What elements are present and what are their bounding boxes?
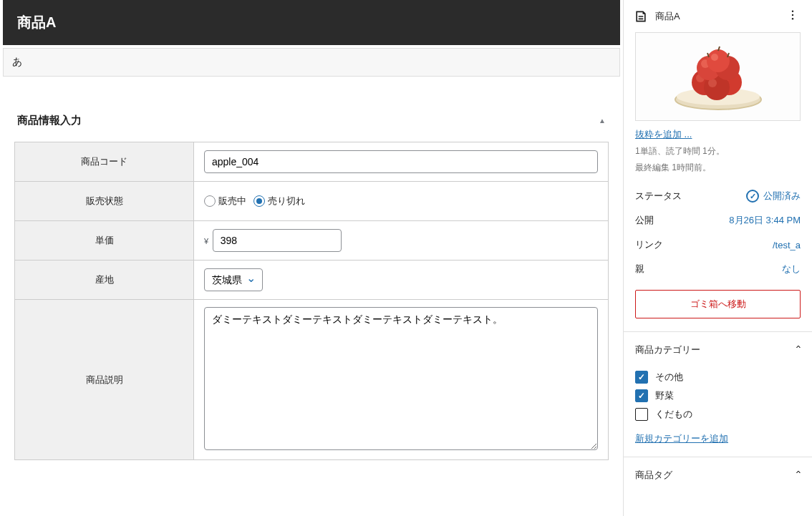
category-item[interactable]: 野菜 — [635, 386, 801, 405]
featured-image-thumbnail[interactable] — [635, 32, 801, 121]
accordion-header-categories[interactable]: 商品カテゴリー ˄ — [624, 332, 812, 368]
value-permalink[interactable]: /test_a — [773, 240, 801, 250]
radio-soldout[interactable] — [253, 195, 265, 207]
svg-point-15 — [707, 49, 730, 72]
field-label-price: 単価 — [15, 221, 194, 261]
field-label-origin: 産地 — [15, 261, 194, 300]
category-checkbox[interactable] — [635, 389, 648, 402]
label-publish: 公開 — [635, 214, 654, 227]
chevron-up-icon: ˄ — [795, 344, 802, 356]
svg-point-16 — [711, 54, 718, 61]
chevron-up-icon: ˄ — [795, 469, 802, 481]
panel-collapse-icon[interactable]: ▲ — [599, 117, 606, 125]
last-edit-text: 最終編集 1時間前。 — [635, 162, 801, 174]
field-label-status: 販売状態 — [15, 182, 194, 221]
add-category-link[interactable]: 新規カテゴリーを追加 — [635, 432, 728, 445]
category-label: 野菜 — [655, 389, 674, 402]
label-permalink: リンク — [635, 238, 663, 251]
tags-heading: 商品タグ — [635, 469, 672, 482]
post-content-block[interactable]: あ — [3, 48, 620, 77]
currency-symbol: ¥ — [204, 237, 208, 245]
more-options-icon[interactable] — [783, 9, 802, 24]
settings-sidebar: 商品A 抜粋を追加 1単語、読了時間 1分。 最終編集 1 — [623, 0, 812, 516]
origin-select[interactable]: 茨城県 — [204, 268, 263, 291]
category-checkbox[interactable] — [635, 408, 648, 421]
field-label-code: 商品コード — [15, 142, 194, 182]
value-parent[interactable]: なし — [782, 263, 801, 276]
svg-point-1 — [792, 14, 793, 16]
category-checkbox[interactable] — [635, 371, 648, 384]
radio-onsale-label[interactable]: 販売中 — [204, 195, 246, 208]
product-code-input[interactable] — [204, 150, 598, 173]
published-check-icon — [746, 190, 759, 203]
price-input[interactable] — [213, 229, 342, 252]
label-parent: 親 — [635, 263, 644, 276]
description-textarea[interactable] — [204, 307, 598, 450]
svg-point-0 — [792, 11, 793, 12]
move-to-trash-button[interactable]: ゴミ箱へ移動 — [635, 290, 801, 318]
product-info-panel: 商品情報入力 ▲ 商品コード 販売状態 販売中 — [3, 105, 620, 472]
radio-soldout-text: 売り切れ — [268, 195, 305, 208]
radio-onsale-text: 販売中 — [218, 195, 246, 208]
value-status[interactable]: 公開済み — [746, 190, 801, 203]
read-time-text: 1単語、読了時間 1分。 — [635, 145, 801, 157]
svg-point-2 — [792, 18, 793, 19]
value-publish-date[interactable]: 8月26日 3:44 PM — [729, 214, 801, 227]
category-item[interactable]: その他 — [635, 368, 801, 386]
add-excerpt-link[interactable]: 抜粋を追加 — [635, 129, 692, 140]
post-title-block[interactable]: 商品A — [3, 0, 620, 45]
panel-title: 商品情報入力 — [17, 114, 82, 127]
document-icon — [634, 9, 648, 24]
field-label-description: 商品説明 — [15, 300, 194, 460]
radio-soldout-label[interactable]: 売り切れ — [253, 195, 305, 208]
category-label: くだもの — [655, 408, 692, 421]
sidebar-doc-title: 商品A — [655, 10, 776, 23]
accordion-header-tags[interactable]: 商品タグ ˄ — [624, 457, 812, 493]
category-item[interactable]: くだもの — [635, 405, 801, 424]
category-label: その他 — [655, 371, 683, 384]
radio-onsale[interactable] — [204, 195, 216, 207]
label-status: ステータス — [635, 190, 682, 203]
categories-heading: 商品カテゴリー — [635, 344, 700, 356]
